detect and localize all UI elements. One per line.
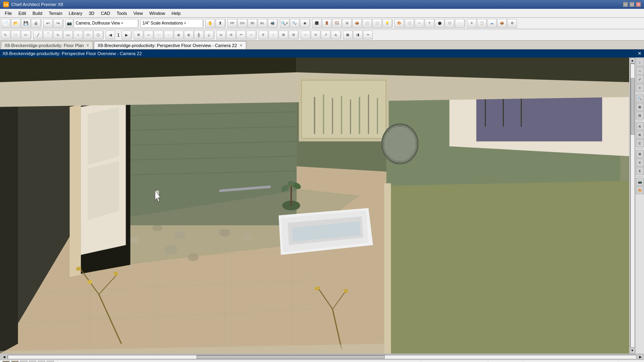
polygon-btn[interactable]: ⬡	[93, 31, 103, 39]
dim-linear-btn[interactable]: ↔	[301, 31, 310, 39]
rp-btn-14[interactable]: 📷	[636, 178, 644, 186]
snap-mid-btn[interactable]: ⊛	[184, 31, 194, 39]
camera-view-button[interactable]: 📹	[268, 19, 277, 28]
snap-end-btn[interactable]: ⊕	[174, 31, 184, 39]
scroll-track-horizontal[interactable]	[8, 355, 636, 359]
circle-btn[interactable]: ○	[73, 31, 83, 39]
scroll-thumb-vertical[interactable]	[631, 78, 634, 135]
save-button[interactable]: 💾	[21, 19, 31, 28]
dimension-tool[interactable]: ↔	[415, 19, 424, 28]
tab-perspective-close[interactable]: ✕	[239, 43, 243, 47]
ellipse-btn[interactable]: ⬭	[83, 31, 93, 39]
3d-viewport[interactable]	[0, 58, 629, 354]
camera-icon[interactable]: 📷	[65, 19, 73, 28]
status-icon-4[interactable]: R	[29, 361, 36, 362]
menu-build[interactable]: Build	[29, 10, 45, 16]
hand-tool-button[interactable]: ✋	[205, 19, 215, 28]
menu-terrain[interactable]: Terrain	[45, 10, 66, 16]
menu-help[interactable]: Help	[168, 10, 184, 16]
prev-arrow-btn[interactable]: ◀	[105, 31, 115, 39]
snap-int-btn[interactable]: ╬	[194, 31, 204, 39]
zoom-out-tb[interactable]: 🔍-	[290, 19, 299, 28]
rp-btn-1[interactable]: ↕	[636, 58, 644, 66]
render-button[interactable]: ◉	[300, 19, 310, 28]
menu-view[interactable]: View	[130, 10, 146, 16]
rp-btn-3[interactable]: ⤢	[636, 75, 644, 83]
scroll-right-button[interactable]: ▶	[637, 355, 643, 359]
rp-btn-13[interactable]: ℹ	[636, 167, 644, 175]
status-icon-3[interactable]: R	[20, 361, 27, 362]
snap-pt-btn[interactable]: ·	[164, 31, 173, 39]
rp-btn-11[interactable]: ⚙	[636, 150, 644, 158]
status-icon-2[interactable]: 🏗	[11, 361, 19, 362]
macro-tool[interactable]: ⚙	[507, 19, 517, 28]
status-icon-5[interactable]: R	[38, 361, 45, 362]
fixture-tool[interactable]: ⬜	[372, 19, 382, 28]
leader-btn[interactable]: ↗	[321, 31, 330, 39]
menu-file[interactable]: File	[2, 10, 15, 16]
rp-btn-7[interactable]: ⊟	[636, 111, 644, 119]
scroll-track-vertical[interactable]	[630, 64, 635, 348]
rp-btn-15[interactable]: 🎨	[636, 186, 644, 194]
menu-tools[interactable]: Tools	[114, 10, 130, 16]
select-tool-button[interactable]: ⬆	[215, 19, 225, 28]
next-arrow-btn[interactable]: ▶	[122, 31, 131, 39]
cabinet-tool[interactable]: 📦	[352, 19, 362, 28]
dim-radial-btn[interactable]: ⊙	[311, 31, 320, 39]
rp-btn-8[interactable]: A	[636, 122, 644, 130]
camera-mode-dropdown[interactable]: Camera, Dollhouse View ▼	[74, 19, 138, 28]
mirror-btn[interactable]: ⧖	[258, 31, 268, 39]
rectangle-btn[interactable]: ▭	[63, 31, 73, 39]
menu-library[interactable]: Library	[66, 10, 86, 16]
boolean-union-btn[interactable]: ⊔	[216, 31, 226, 39]
horizontal-scrollbar[interactable]: ◀ ▶	[0, 354, 644, 360]
undo-button[interactable]: ↩	[43, 19, 53, 28]
redo-button[interactable]: ↪	[53, 19, 63, 28]
room-tool[interactable]: ⬜	[405, 19, 414, 28]
array-btn[interactable]: ⋮	[268, 31, 278, 39]
select-btn[interactable]: ↖	[1, 31, 10, 39]
light-tool[interactable]: 💡	[382, 19, 392, 28]
rect-select-btn[interactable]: ▭	[21, 31, 31, 39]
rp-btn-5[interactable]: 🔍	[636, 95, 644, 103]
scroll-left-button[interactable]: ◀	[1, 355, 7, 359]
tab-floor-plan-close[interactable]: ✕	[86, 43, 89, 47]
tab-floor-plan[interactable]: X8-Breckenridge-productivity: Floor Plan…	[1, 41, 93, 49]
snap-grid-btn[interactable]: ⊞	[134, 31, 143, 39]
arc-btn[interactable]: ⌒	[43, 31, 53, 39]
text-tool-tb[interactable]: T	[425, 19, 434, 28]
line-btn[interactable]: ╱	[33, 31, 43, 39]
scroll-down-button[interactable]: ▼	[630, 348, 635, 354]
elevation-button[interactable]: EL	[258, 19, 267, 28]
status-paintbrush[interactable]: 🖌	[47, 361, 54, 362]
stair-tool[interactable]: ⊟	[342, 19, 352, 28]
menu-window[interactable]: Window	[146, 10, 168, 16]
poly-tool[interactable]: ⬠	[445, 19, 454, 28]
rp-btn-2[interactable]: ↔	[636, 67, 644, 75]
window-controls[interactable]: ─ □ ✕	[623, 2, 641, 7]
rp-btn-12[interactable]: ≡	[636, 158, 644, 167]
spline-btn[interactable]: ∿	[53, 31, 63, 39]
snap-line-btn[interactable]: ⋯	[154, 31, 163, 39]
tab-perspective[interactable]: X8-Breckenridge-productivity: Perspectiv…	[94, 41, 246, 49]
text-btn[interactable]: A	[331, 31, 341, 39]
zoom-in-tb[interactable]: 🔍+	[280, 19, 289, 28]
appliance-tool[interactable]: ⬜	[362, 19, 372, 28]
scroll-thumb-horizontal[interactable]	[196, 355, 385, 359]
boolean-sub-btn[interactable]: ⊖	[226, 31, 236, 39]
fill-btn[interactable]: ◨	[353, 31, 363, 39]
extend-btn[interactable]: ↔	[246, 31, 256, 39]
close-button[interactable]: ✕	[636, 2, 641, 7]
vertical-scrollbar[interactable]: ▲ ▼	[629, 58, 635, 354]
terrain-tool[interactable]: 🗻	[487, 19, 497, 28]
snap-angle-btn[interactable]: ⌙	[144, 31, 153, 39]
rp-btn-4[interactable]: ⊹	[636, 84, 644, 92]
rp-btn-10[interactable]: C	[636, 139, 644, 147]
object-tool[interactable]: 📦	[497, 19, 507, 28]
wall-tool[interactable]: ⬛	[312, 19, 322, 28]
open-button[interactable]: 📂	[11, 19, 21, 28]
menu-cad[interactable]: CAD	[97, 10, 113, 16]
rp-btn-9[interactable]: B	[636, 131, 644, 139]
ungroup-btn[interactable]: ⊟	[289, 31, 298, 39]
floorplan-view-button[interactable]: FP	[227, 19, 237, 28]
